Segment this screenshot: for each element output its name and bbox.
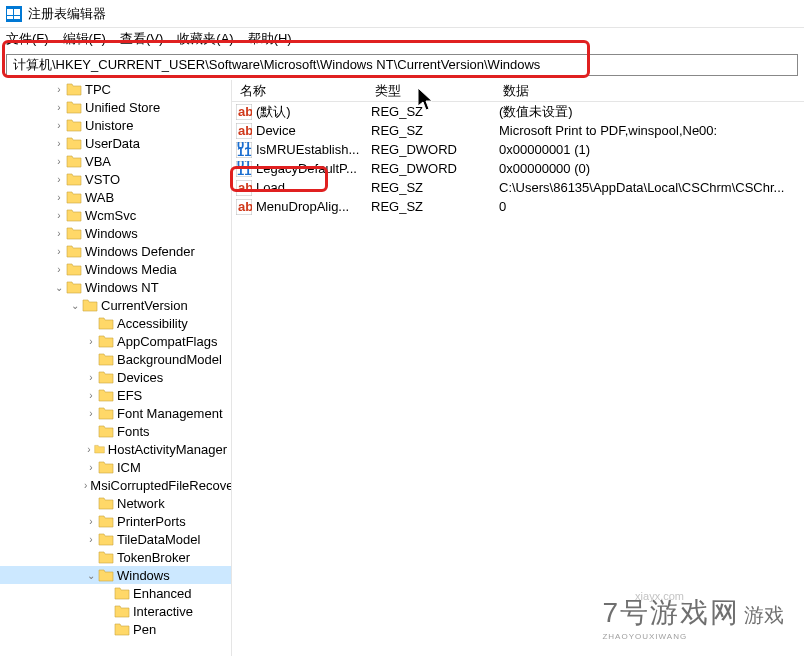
- value-type: REG_SZ: [371, 123, 499, 138]
- list-header: 名称 类型 数据: [232, 80, 804, 102]
- chevron-right-icon[interactable]: ›: [84, 444, 94, 455]
- tree-item[interactable]: ›HostActivityManager: [0, 440, 231, 458]
- addressbar-container: [0, 50, 804, 80]
- chevron-right-icon[interactable]: ›: [52, 210, 66, 221]
- chevron-right-icon[interactable]: ›: [52, 228, 66, 239]
- tree-item-label: Windows: [85, 226, 138, 241]
- tree-item[interactable]: ›TPC: [0, 80, 231, 98]
- tree-item[interactable]: .TokenBroker: [0, 548, 231, 566]
- tree-item[interactable]: ⌄Windows: [0, 566, 231, 584]
- menu-file[interactable]: 文件(F): [6, 30, 49, 48]
- tree-item[interactable]: ›UserData: [0, 134, 231, 152]
- menu-favorites[interactable]: 收藏夹(A): [177, 30, 233, 48]
- menu-edit[interactable]: 编辑(E): [63, 30, 106, 48]
- folder-icon: [98, 316, 114, 330]
- chevron-right-icon[interactable]: ›: [84, 462, 98, 473]
- string-value-icon: ab: [236, 123, 252, 139]
- tree-item-label: PrinterPorts: [117, 514, 186, 529]
- value-data: C:\Users\86135\AppData\Local\CSChrm\CSCh…: [499, 180, 804, 195]
- folder-icon: [66, 190, 82, 204]
- tree-item[interactable]: ›Windows Defender: [0, 242, 231, 260]
- value-row[interactable]: abDeviceREG_SZMicrosoft Print to PDF,win…: [232, 121, 804, 140]
- menu-view[interactable]: 查看(V): [120, 30, 163, 48]
- folder-icon: [66, 136, 82, 150]
- folder-icon: [114, 586, 130, 600]
- chevron-right-icon[interactable]: ›: [52, 120, 66, 131]
- tree-item[interactable]: ›TileDataModel: [0, 530, 231, 548]
- tree-item[interactable]: ›Unified Store: [0, 98, 231, 116]
- tree-item[interactable]: ›Unistore: [0, 116, 231, 134]
- header-name[interactable]: 名称: [232, 82, 367, 100]
- tree-view[interactable]: ›TPC›Unified Store›Unistore›UserData›VBA…: [0, 80, 232, 656]
- svg-rect-3: [14, 16, 20, 19]
- tree-item[interactable]: .BackgroundModel: [0, 350, 231, 368]
- tree-item-label: AppCompatFlags: [117, 334, 217, 349]
- chevron-right-icon[interactable]: ›: [84, 480, 87, 491]
- chevron-right-icon[interactable]: ›: [84, 390, 98, 401]
- tree-item-label: Windows Media: [85, 262, 177, 277]
- tree-item-label: HostActivityManager: [108, 442, 227, 457]
- tree-item[interactable]: .Fonts: [0, 422, 231, 440]
- chevron-right-icon[interactable]: ›: [84, 372, 98, 383]
- tree-item[interactable]: ⌄CurrentVersion: [0, 296, 231, 314]
- chevron-down-icon[interactable]: ⌄: [68, 300, 82, 311]
- address-input[interactable]: [6, 54, 798, 76]
- string-value-icon: ab: [236, 180, 252, 196]
- tree-item-label: Enhanced: [133, 586, 192, 601]
- chevron-right-icon[interactable]: ›: [52, 84, 66, 95]
- tree-item[interactable]: .Interactive: [0, 602, 231, 620]
- tree-item-label: Accessibility: [117, 316, 188, 331]
- tree-item[interactable]: ›EFS: [0, 386, 231, 404]
- folder-icon: [66, 244, 82, 258]
- value-row[interactable]: 011110LegacyDefaultP...REG_DWORD0x000000…: [232, 159, 804, 178]
- dword-value-icon: 011110: [236, 142, 252, 158]
- chevron-right-icon[interactable]: ›: [52, 174, 66, 185]
- chevron-down-icon[interactable]: ⌄: [52, 282, 66, 293]
- tree-item[interactable]: .Enhanced: [0, 584, 231, 602]
- chevron-right-icon[interactable]: ›: [52, 192, 66, 203]
- tree-item[interactable]: ›Windows Media: [0, 260, 231, 278]
- chevron-right-icon[interactable]: ›: [52, 138, 66, 149]
- value-row[interactable]: abLoadREG_SZC:\Users\86135\AppData\Local…: [232, 178, 804, 197]
- header-data[interactable]: 数据: [495, 82, 804, 100]
- tree-item[interactable]: ›Font Management: [0, 404, 231, 422]
- tree-item-label: ICM: [117, 460, 141, 475]
- chevron-down-icon[interactable]: ⌄: [84, 570, 98, 581]
- tree-item[interactable]: ›VSTO: [0, 170, 231, 188]
- chevron-right-icon[interactable]: ›: [52, 156, 66, 167]
- tree-item[interactable]: ›WAB: [0, 188, 231, 206]
- value-data: (数值未设置): [499, 103, 804, 121]
- value-type: REG_SZ: [371, 199, 499, 214]
- chevron-right-icon[interactable]: ›: [52, 102, 66, 113]
- tree-item[interactable]: ›MsiCorruptedFileRecovery: [0, 476, 231, 494]
- value-row[interactable]: abMenuDropAlig...REG_SZ0: [232, 197, 804, 216]
- chevron-right-icon[interactable]: ›: [52, 246, 66, 257]
- chevron-right-icon[interactable]: ›: [84, 534, 98, 545]
- tree-item[interactable]: ›Devices: [0, 368, 231, 386]
- string-value-icon: ab: [236, 104, 252, 120]
- tree-item[interactable]: .Network: [0, 494, 231, 512]
- tree-item[interactable]: ›AppCompatFlags: [0, 332, 231, 350]
- tree-item[interactable]: .Accessibility: [0, 314, 231, 332]
- tree-item[interactable]: .Pen: [0, 620, 231, 638]
- chevron-right-icon[interactable]: ›: [84, 336, 98, 347]
- tree-item[interactable]: ›ICM: [0, 458, 231, 476]
- header-type[interactable]: 类型: [367, 82, 495, 100]
- chevron-right-icon[interactable]: ›: [84, 516, 98, 527]
- tree-item[interactable]: ›Windows: [0, 224, 231, 242]
- tree-item-label: Windows Defender: [85, 244, 195, 259]
- value-name: MenuDropAlig...: [256, 199, 371, 214]
- value-row[interactable]: 011110IsMRUEstablish...REG_DWORD0x000000…: [232, 140, 804, 159]
- folder-icon: [66, 262, 82, 276]
- chevron-right-icon[interactable]: ›: [84, 408, 98, 419]
- tree-item[interactable]: ›VBA: [0, 152, 231, 170]
- tree-item-label: CurrentVersion: [101, 298, 188, 313]
- value-list[interactable]: 名称 类型 数据 ab(默认)REG_SZ(数值未设置)abDeviceREG_…: [232, 80, 804, 656]
- chevron-right-icon[interactable]: ›: [52, 264, 66, 275]
- menu-help[interactable]: 帮助(H): [248, 30, 292, 48]
- tree-item[interactable]: ⌄Windows NT: [0, 278, 231, 296]
- tree-item[interactable]: ›WcmSvc: [0, 206, 231, 224]
- value-row[interactable]: ab(默认)REG_SZ(数值未设置): [232, 102, 804, 121]
- tree-item[interactable]: ›PrinterPorts: [0, 512, 231, 530]
- folder-icon: [98, 550, 114, 564]
